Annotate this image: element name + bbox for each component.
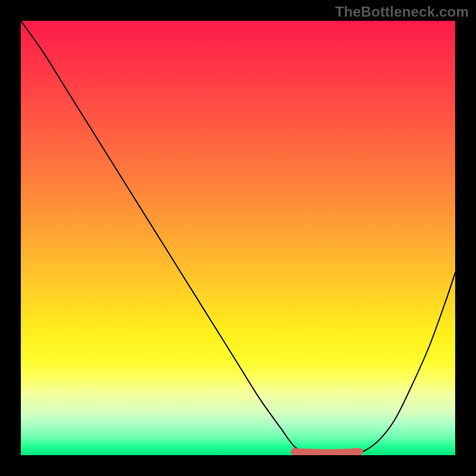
chart-frame: TheBottleneck.com: [0, 0, 476, 476]
bottleneck-curve: [21, 21, 455, 455]
plot-area: [21, 21, 455, 455]
curve-layer: [21, 21, 455, 455]
optimal-range-highlight: [295, 452, 360, 453]
watermark-text: TheBottleneck.com: [335, 4, 469, 20]
